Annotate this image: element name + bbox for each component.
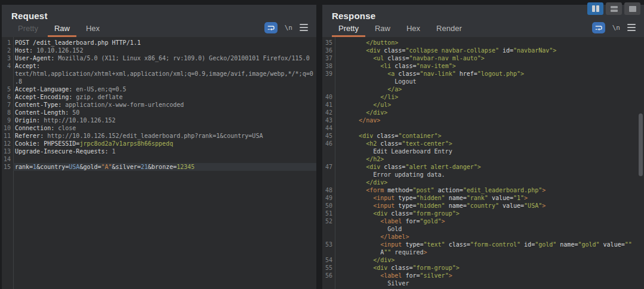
line-number: 56 — [322, 272, 335, 279]
code-line: 35 </button> — [322, 39, 644, 47]
layout-split-vertical-button[interactable] — [587, 2, 603, 15]
code-text: <div class="form-group"> — [335, 264, 644, 272]
code-line: 52 <label for="gold"> — [322, 217, 644, 225]
code-line: 6Accept-Encoding: gzip, deflate — [2, 93, 316, 101]
code-line: 37 <ul class="navbar-nav ml-auto"> — [322, 54, 644, 62]
request-tabs-row: PrettyRawHex \n — [2, 22, 316, 37]
line-number: 5 — [2, 85, 13, 93]
request-editor-toolbar: \n — [264, 22, 316, 37]
vertical-scrollbar-thumb[interactable] — [639, 113, 643, 176]
code-text: </a> — [335, 85, 644, 93]
tab-raw[interactable]: Raw — [375, 22, 390, 37]
line-number — [322, 78, 335, 85]
line-number — [322, 85, 335, 93]
code-text: A"" required> — [335, 248, 644, 256]
code-text: Origin: http://10.10.126.152 — [13, 116, 316, 124]
code-text: Content-Type: application/x-www-form-url… — [13, 101, 316, 109]
request-panel-title: Request — [2, 5, 316, 21]
editor-menu-icon[interactable] — [627, 24, 636, 32]
line-number — [322, 248, 335, 256]
code-text: <input type="hidden" name="country" valu… — [335, 202, 644, 210]
line-number: 11 — [2, 132, 13, 140]
code-line: 47 <div class="alert alert-danger"> — [322, 163, 644, 171]
response-editor[interactable]: 35 </button>36 <div class="collapse navb… — [322, 37, 644, 289]
tab-pretty[interactable]: Pretty — [338, 22, 359, 37]
line-number: 38 — [322, 62, 335, 70]
line-number: 35 — [322, 39, 335, 47]
code-line: </label> — [322, 233, 644, 241]
layout-split-horizontal-button[interactable] — [606, 2, 622, 15]
editor-menu-icon[interactable] — [300, 24, 308, 32]
code-text: <div class="form-group"> — [335, 210, 644, 217]
show-newlines-icon[interactable]: \n — [285, 24, 292, 32]
tab-raw[interactable]: Raw — [54, 22, 70, 37]
code-line: 8Content-Length: 50 — [2, 109, 316, 116]
line-number: 54 — [322, 256, 335, 264]
code-text: </h2> — [335, 155, 644, 163]
code-text: </div> — [335, 256, 644, 264]
code-line: 45 <div class="container"> — [322, 132, 644, 140]
request-editor[interactable]: 1POST /edit_leaderboard.php HTTP/1.12Hos… — [2, 37, 316, 289]
code-text: .8 — [13, 78, 316, 85]
code-text: POST /edit_leaderboard.php HTTP/1.1 — [13, 39, 316, 47]
code-line: 49 <input type="hidden" name="rank" valu… — [322, 194, 644, 202]
code-line: </div> — [322, 179, 644, 186]
line-number: 15 — [2, 163, 13, 171]
pane-icon — [611, 6, 618, 12]
line-number: 51 — [322, 210, 335, 217]
tab-hex[interactable]: Hex — [406, 22, 420, 37]
code-text: Host: 10.10.126.152 — [13, 47, 316, 54]
code-line: 9Origin: http://10.10.126.152 — [2, 116, 316, 124]
code-line: 3User-Agent: Mozilla/5.0 (X11; Linux x86… — [2, 54, 316, 62]
tab-hex[interactable]: Hex — [86, 22, 100, 37]
code-text: Edit Leaderboard Entry — [335, 147, 644, 155]
line-number: 47 — [322, 163, 335, 171]
code-text: Accept-Language: en-US,en;q=0.5 — [13, 85, 316, 93]
line-number: 37 — [322, 54, 335, 62]
code-line: 42 </div> — [322, 109, 644, 116]
code-line: 41 </ul> — [322, 101, 644, 109]
code-line: 48 <form method="post" action="edit_lead… — [322, 186, 644, 194]
code-line: Gold — [322, 225, 644, 233]
word-wrap-icon[interactable] — [592, 22, 605, 33]
line-number: 50 — [322, 202, 335, 210]
line-number: 42 — [322, 109, 335, 116]
code-text: Accept-Encoding: gzip, deflate — [13, 93, 316, 101]
layout-single-pane-button[interactable] — [624, 2, 640, 15]
line-number: 6 — [2, 93, 13, 101]
code-line: 14 — [2, 155, 316, 163]
line-number: 41 — [322, 101, 335, 109]
code-text: User-Agent: Mozilla/5.0 (X11; Linux x86_… — [13, 54, 316, 62]
tab-render[interactable]: Render — [436, 22, 462, 37]
show-newlines-icon[interactable]: \n — [612, 24, 620, 32]
code-text: </div> — [335, 109, 644, 116]
code-text: </button> — [335, 39, 644, 47]
code-line: </h2> — [322, 155, 644, 163]
code-text: <input type="hidden" name="rank" value="… — [335, 194, 644, 202]
code-line: Edit Leaderboard Entry — [322, 147, 644, 155]
code-line: 50 <input type="hidden" name="country" v… — [322, 202, 644, 210]
word-wrap-icon[interactable] — [264, 22, 278, 33]
line-number: 36 — [322, 47, 335, 54]
code-line: 44 — [322, 124, 644, 132]
code-text: Cookie: PHPSESSID=jrpc8od2a7v1arps8h66sp… — [13, 140, 316, 147]
response-editor-toolbar: \n — [592, 22, 644, 37]
line-number: 40 — [322, 93, 335, 101]
code-text: <label for="gold"> — [335, 217, 644, 225]
line-number: 45 — [322, 132, 335, 140]
code-line: 10Connection: close — [2, 124, 316, 132]
code-line: .8 — [2, 78, 316, 85]
code-text — [13, 155, 316, 163]
line-number — [322, 171, 335, 179]
tab-pretty[interactable]: Pretty — [18, 22, 38, 37]
code-line: 46 <h2 class="text-center"> — [322, 140, 644, 147]
code-line: 12Cookie: PHPSESSID=jrpc8od2a7v1arps8h66… — [2, 140, 316, 147]
line-number — [2, 78, 13, 85]
code-line: Silver — [322, 279, 644, 287]
line-number — [322, 155, 335, 163]
code-text: </nav> — [335, 116, 644, 124]
code-line: 4Accept: — [2, 62, 316, 70]
line-number: 9 — [2, 116, 13, 124]
code-text: <li class="nav-item"> — [335, 62, 644, 70]
code-text: </div> — [335, 179, 644, 186]
